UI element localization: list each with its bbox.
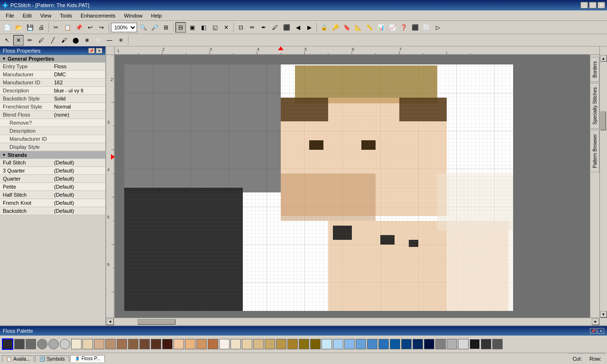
panel-close-button[interactable]: ✕ bbox=[96, 48, 102, 54]
swatch-22[interactable] bbox=[253, 339, 264, 349]
swatch-28[interactable] bbox=[322, 339, 332, 349]
tool10[interactable]: ◀ bbox=[293, 22, 303, 33]
minimize-button[interactable]: _ bbox=[580, 2, 588, 9]
grid-button[interactable]: ⊟ bbox=[175, 22, 186, 33]
circle-tool[interactable]: ⬤ bbox=[70, 35, 81, 46]
scroll-thumb-h[interactable] bbox=[138, 319, 175, 325]
swatch-7[interactable] bbox=[83, 339, 93, 349]
panel-header-controls[interactable]: 📌 ✕ bbox=[88, 48, 102, 54]
tool13[interactable]: 🔑 bbox=[330, 22, 340, 33]
tool5[interactable]: ⊡ bbox=[236, 22, 246, 33]
minus-tool[interactable]: — bbox=[104, 35, 115, 46]
tool17[interactable]: 📊 bbox=[376, 22, 386, 33]
maximize-button[interactable]: □ bbox=[589, 2, 597, 9]
tool8[interactable]: 🖊 bbox=[270, 22, 280, 33]
select-tool[interactable]: ↖ bbox=[2, 35, 12, 46]
palette-close-button[interactable]: ✕ bbox=[598, 328, 604, 334]
open-button[interactable]: 📂 bbox=[13, 22, 24, 33]
swatch-26[interactable] bbox=[299, 339, 309, 349]
pattern-canvas[interactable] bbox=[115, 55, 590, 318]
select-button[interactable]: ◱ bbox=[210, 22, 220, 33]
swatch-31[interactable] bbox=[356, 339, 366, 349]
tool11[interactable]: ▶ bbox=[304, 22, 314, 33]
tool6[interactable]: ✏ bbox=[247, 22, 258, 33]
floss-palette-tab[interactable]: 🧵 Floss P... bbox=[70, 355, 105, 362]
symbols-tab[interactable]: 🔣 Symbols bbox=[35, 355, 69, 362]
erase-button[interactable]: ✕ bbox=[221, 22, 231, 33]
menu-window[interactable]: Window bbox=[120, 12, 146, 19]
swatch-24[interactable] bbox=[276, 339, 286, 349]
swatch-25[interactable] bbox=[287, 339, 298, 349]
swatch-17[interactable] bbox=[196, 339, 207, 349]
swatch-42[interactable] bbox=[481, 339, 491, 349]
swatch-4[interactable] bbox=[48, 339, 59, 349]
pencil-tool[interactable]: ✏ bbox=[25, 35, 35, 46]
tool16[interactable]: 📏 bbox=[364, 22, 375, 33]
swatch-14[interactable] bbox=[162, 339, 173, 349]
swatch-40[interactable] bbox=[458, 339, 469, 349]
tool12[interactable]: 🔒 bbox=[319, 22, 329, 33]
swatch-19[interactable] bbox=[219, 339, 230, 349]
cut-button[interactable]: ✂ bbox=[51, 22, 61, 33]
swatch-9[interactable] bbox=[105, 339, 116, 349]
swatch-33[interactable] bbox=[378, 339, 389, 349]
title-bar-controls[interactable]: _ □ ✕ bbox=[580, 2, 605, 9]
swatch-35[interactable] bbox=[401, 339, 412, 349]
palette-controls[interactable]: 📌 ✕ bbox=[590, 328, 604, 334]
swatch-34[interactable] bbox=[390, 339, 400, 349]
swatch-10[interactable] bbox=[117, 339, 127, 349]
pattern-browser-tab[interactable]: Pattern Browser bbox=[591, 130, 599, 173]
undo-button[interactable]: ↩ bbox=[85, 22, 95, 33]
swatch-selected[interactable] bbox=[2, 338, 13, 350]
tool14[interactable]: 🔖 bbox=[341, 22, 352, 33]
swatch-11[interactable] bbox=[128, 339, 138, 349]
swatch-21[interactable] bbox=[242, 339, 252, 349]
swatch-1[interactable] bbox=[14, 339, 25, 349]
paint-tool[interactable]: 🖌 bbox=[59, 35, 69, 46]
swatch-15[interactable] bbox=[174, 339, 184, 349]
backstitch-button[interactable]: ◧ bbox=[198, 22, 209, 33]
tool22[interactable]: ▷ bbox=[432, 22, 443, 33]
zoom-fit-button[interactable]: ⊞ bbox=[161, 22, 171, 33]
swatch-37[interactable] bbox=[424, 339, 434, 349]
scroll-track-h[interactable] bbox=[114, 318, 592, 325]
menu-enhancements[interactable]: Enhancements bbox=[77, 12, 119, 19]
zoom-select[interactable]: 100% 50% 200% bbox=[111, 23, 137, 32]
scroll-down-button[interactable]: ▼ bbox=[600, 311, 607, 318]
swatch-5[interactable] bbox=[60, 339, 70, 349]
square-tool[interactable]: ◾ bbox=[82, 35, 92, 46]
full-stitch-button[interactable]: ▣ bbox=[187, 22, 197, 33]
zoom-in-button[interactable]: 🔎 bbox=[149, 22, 160, 33]
swatch-41[interactable] bbox=[469, 339, 480, 349]
erase-tool[interactable]: ◽ bbox=[93, 35, 103, 46]
tool19[interactable]: ❓ bbox=[398, 22, 409, 33]
tool18[interactable]: 📈 bbox=[387, 22, 397, 33]
swatch-30[interactable] bbox=[344, 339, 355, 349]
menu-help[interactable]: Help bbox=[147, 12, 166, 19]
fill-tool[interactable]: 🖊 bbox=[36, 35, 46, 46]
copy-button[interactable]: 📋 bbox=[62, 22, 73, 33]
borders-tab[interactable]: Borders bbox=[591, 57, 599, 82]
scroll-right-button[interactable]: ► bbox=[592, 318, 599, 325]
zoom-out-button[interactable]: 🔍 bbox=[138, 22, 148, 33]
specialty-stitches-tab[interactable]: Specialty Stitches bbox=[591, 83, 599, 129]
swatch-18[interactable] bbox=[208, 339, 218, 349]
cross-tool[interactable]: ✕ bbox=[13, 35, 24, 46]
scroll-up-button[interactable]: ▲ bbox=[600, 55, 607, 62]
swatch-38[interactable] bbox=[435, 339, 446, 349]
panel-pin-button[interactable]: 📌 bbox=[88, 48, 95, 54]
swatch-13[interactable] bbox=[151, 339, 161, 349]
swatch-36[interactable] bbox=[413, 339, 423, 349]
swatch-20[interactable] bbox=[230, 339, 241, 349]
tool9[interactable]: ⬛ bbox=[281, 22, 292, 33]
vertical-scrollbar[interactable]: ▲ ▼ bbox=[599, 55, 607, 318]
swatch-32[interactable] bbox=[367, 339, 377, 349]
palette-pin-button[interactable]: 📌 bbox=[590, 328, 597, 334]
tool15[interactable]: 📐 bbox=[353, 22, 363, 33]
strands-header[interactable]: ▼ Strands bbox=[0, 151, 105, 159]
swatch-2[interactable] bbox=[26, 339, 36, 349]
general-properties-header[interactable]: ▼ General Properties bbox=[0, 55, 105, 63]
swatch-23[interactable] bbox=[265, 339, 275, 349]
right-tabs[interactable]: Borders Specialty Stitches Pattern Brows… bbox=[590, 55, 599, 318]
scroll-thumb-v[interactable] bbox=[600, 111, 606, 130]
